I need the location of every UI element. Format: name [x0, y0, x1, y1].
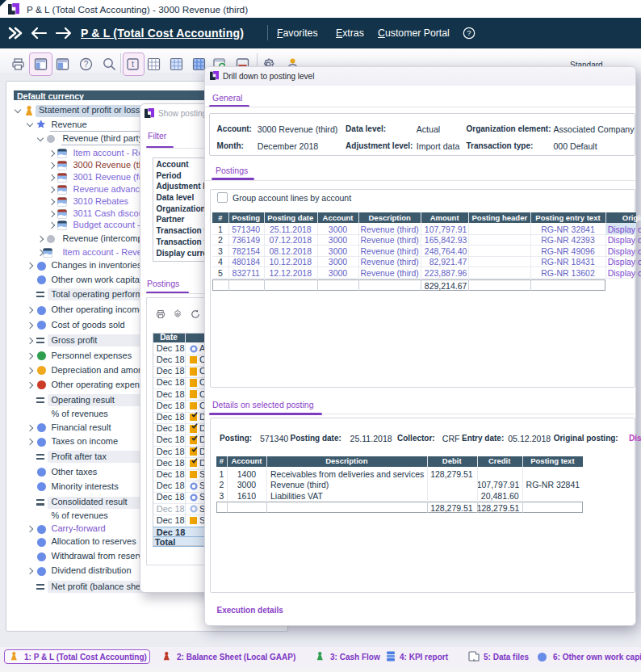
- svg-text:t: t: [132, 59, 134, 69]
- svg-text:?: ?: [84, 60, 89, 69]
- svg-text:?: ?: [467, 28, 471, 37]
